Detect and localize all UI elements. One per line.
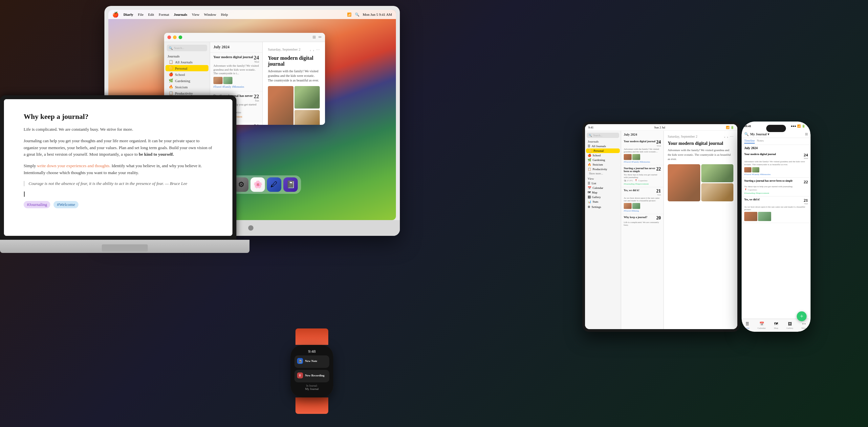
gallery-icon-ipad: 🖼 (588, 195, 591, 199)
list-icon-ipad: ☰ (588, 182, 590, 185)
add-entry-fab[interactable]: + (797, 311, 807, 321)
menu-journals[interactable]: Journals (174, 12, 187, 17)
ipad-photos-grid (668, 164, 734, 201)
iphone-entry-1[interactable]: Your modern digital journal 24 Wed Adven… (742, 151, 811, 178)
photo-top-right (294, 86, 320, 109)
menu-file[interactable]: File (138, 12, 144, 17)
iphone-entry-3[interactable]: Yes, we did it! 21 Sun As we bore down u… (742, 196, 811, 223)
dock-quill[interactable]: 🖊 (267, 177, 281, 192)
ipad-journals-label: Journals (585, 139, 621, 144)
iphone-e1-date: 24 Wed (804, 153, 808, 160)
watch-new-recording[interactable]: 🎙 New Recording (294, 370, 329, 382)
ipad-e1-preview: Adventure with the family! We visited gr… (624, 148, 661, 153)
menu-edit[interactable]: Edit (148, 12, 154, 17)
photos-icon: 🌸 (253, 180, 262, 189)
ipad-entry-4[interactable]: Why keep a journal? 20 Life is complicat… (621, 214, 663, 228)
ipad-calendar[interactable]: 📅 Calendar (585, 186, 621, 190)
filter-icon-iphone[interactable]: ⊞ (805, 132, 808, 136)
editor-para2: Journaling can help you get your thought… (24, 138, 213, 158)
menu-view[interactable]: View (192, 12, 199, 17)
dock-diarly[interactable]: 📓 (283, 177, 298, 192)
iphone-tab-more[interactable]: ⋯ More (801, 322, 806, 330)
ipad-personal[interactable]: 🟡 Personal (586, 149, 620, 153)
text-cursor (24, 191, 25, 197)
iphone-tab-gallery[interactable]: 🖼 Gallery (786, 322, 793, 330)
ipad-search-placeholder: Search... (593, 134, 602, 137)
calendar-icon-ipad: 📅 (588, 186, 591, 189)
iphone-tab-calendar[interactable]: 📅 Calendar (757, 322, 766, 330)
menu-help[interactable]: Help (221, 12, 228, 17)
ipad-list[interactable]: ☰ List (585, 181, 621, 186)
ipad-more[interactable]: ⋯ (730, 135, 734, 139)
sidebar-all-journals[interactable]: 📋 All Journals (165, 59, 209, 65)
sidebar-personal[interactable]: 🟡 Personal (165, 65, 209, 71)
ipad-prev[interactable]: ‹ (724, 135, 725, 139)
ipad-gardening[interactable]: 🌿 Gardening (585, 158, 621, 162)
battery-icon-ipad: 🔋 (731, 126, 734, 129)
ipad-entry-2[interactable]: Starting a journal has never been so sim… (621, 165, 663, 187)
iphone-tab-map[interactable]: 🗺 Map (774, 322, 778, 330)
dock-photos[interactable]: 🌸 (250, 177, 265, 192)
ipad-school[interactable]: 🍎 School (585, 153, 621, 158)
ipad-productivity[interactable]: 📋 Productivity (585, 167, 621, 172)
link-write[interactable]: write down your experiences and thoughts… (37, 163, 111, 168)
ipad-stoicism[interactable]: 🔥 Stoicism (585, 162, 621, 167)
photo-thumb-1 (213, 77, 223, 84)
iphone-entry-2[interactable]: Starting a journal has never been so sim… (742, 178, 811, 196)
apple-menu[interactable]: 🍎 (112, 11, 119, 18)
compose-icon[interactable]: ✏ (318, 35, 322, 40)
iphone-e3-title: Yes, we did it! (744, 198, 804, 205)
tag-welcome-pill[interactable]: #Welcome (54, 201, 78, 208)
content-photos (268, 86, 320, 125)
sidebar-gardening[interactable]: 🌿 Gardening (165, 78, 209, 84)
tab-list-label: List (746, 327, 749, 330)
trackpad[interactable] (102, 244, 148, 252)
editor-cursor-line[interactable] (24, 191, 213, 197)
ipad-gallery[interactable]: 🖼 Gallery (585, 195, 621, 200)
menu-format[interactable]: Format (159, 12, 169, 17)
minimize-button[interactable] (173, 35, 177, 39)
ipad-e4-title: Why keep a journal? (624, 216, 656, 220)
tab-timeline[interactable]: Timeline (744, 139, 755, 144)
ipad-search[interactable]: 🔍 Search... (587, 133, 619, 138)
ipad-entry-3[interactable]: Yes, we did it! 21 Sun As we bore down u… (621, 187, 663, 214)
iphone-journal-selector[interactable]: My Journal ▾ (750, 132, 769, 136)
ipad-entry-1[interactable]: Your modern digital journal 24 Wed Adven… (621, 138, 663, 165)
ipad-all-journals[interactable]: ☰ All Journals (585, 144, 621, 149)
ipad-e3-photo1 (624, 203, 632, 209)
menu-window[interactable]: Window (204, 12, 216, 17)
macbook-screen-inner: Why keep a journal? Life is complicated.… (4, 99, 232, 236)
tab-gallery-icon: 🖼 (788, 322, 792, 327)
sidebar-school[interactable]: 🍎 School (165, 71, 209, 78)
next-icon[interactable]: › (313, 48, 314, 52)
more-icon[interactable]: ⋯ (316, 48, 320, 52)
sidebar-search[interactable]: 🔍 Search... (167, 45, 207, 51)
entry-day-2: 22 (254, 94, 259, 99)
watch-screen: 9:48 📓 New Note 🎙 New Recording (290, 345, 333, 397)
tag-journaling-pill[interactable]: #Journaling (24, 201, 50, 208)
close-button[interactable] (167, 35, 171, 39)
watch-time: 9:48 (294, 349, 329, 354)
sidebar-toggle-icon[interactable]: ⊞ (313, 35, 316, 40)
search-icon-iphone[interactable]: 🔍 (744, 132, 749, 136)
ipad-content-header: Saturday, September 2 ‹ › ⋯ (668, 135, 734, 139)
menu-diarly[interactable]: Diarly (123, 12, 133, 17)
entry-item-1[interactable]: Your modern digital journal 24 Wed Adven… (210, 53, 262, 91)
ipad-next[interactable]: › (727, 135, 728, 139)
tab-notes[interactable]: Notes (757, 139, 764, 144)
prev-icon[interactable]: ‹ (310, 48, 311, 52)
iphone-tab-list[interactable]: ☰ List (746, 322, 749, 330)
macbook-keyboard (0, 240, 249, 253)
ipad-e2-preview: Try these tips to help you get started w… (624, 174, 661, 179)
maximize-button[interactable] (179, 35, 182, 39)
sidebar-stoicism[interactable]: 🔥 Stoicism (165, 84, 209, 90)
watch-new-note[interactable]: 📓 New Note (294, 356, 329, 368)
ipad-map[interactable]: 🗺 Map (585, 190, 621, 195)
search-menubar-icon[interactable]: 🔍 (355, 12, 360, 17)
ipad-stats[interactable]: 📊 Stats (585, 200, 621, 204)
ipad-settings[interactable]: ⚙ Settings (585, 204, 621, 210)
journal-editor: Why keep a journal? Life is complicated.… (4, 99, 232, 236)
school-icon-ipad: 🍎 (588, 154, 591, 157)
ipad-show-more[interactable]: Show more... (585, 172, 621, 176)
tab-map-icon: 🗺 (774, 322, 778, 327)
